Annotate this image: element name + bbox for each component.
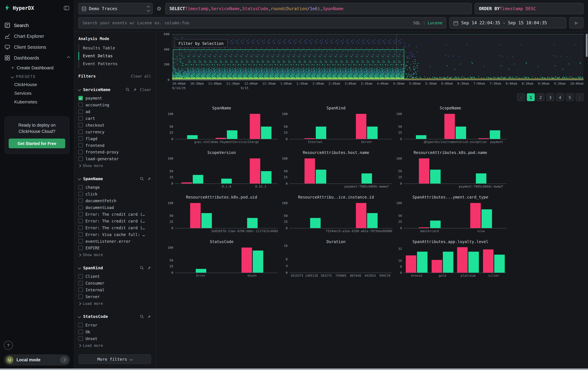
page-button-3[interactable]: 3 xyxy=(546,93,554,101)
page-button-4[interactable]: 4 xyxy=(556,93,564,101)
search-icon[interactable] xyxy=(126,88,130,92)
sidebar-item-services[interactable]: Services xyxy=(0,89,74,98)
checkbox[interactable] xyxy=(78,130,83,134)
checkbox[interactable] xyxy=(78,143,83,148)
checkbox[interactable] xyxy=(78,274,83,279)
checkbox[interactable] xyxy=(78,96,83,100)
filter-option[interactable]: documentFetch xyxy=(78,197,151,204)
filter-option[interactable]: Server xyxy=(78,293,151,300)
show-more-button[interactable]: Load more xyxy=(78,301,151,306)
page-button-1[interactable]: 1 xyxy=(527,93,535,101)
filter-option[interactable]: flagd xyxy=(78,135,151,142)
show-more-button[interactable]: Show more xyxy=(78,164,151,168)
mode-results-table[interactable]: Results Table xyxy=(78,44,151,52)
pin-icon[interactable] xyxy=(147,177,151,181)
checkbox[interactable] xyxy=(78,239,83,243)
checkbox[interactable] xyxy=(78,330,83,334)
checkbox[interactable] xyxy=(78,294,83,299)
show-more-button[interactable]: Show more xyxy=(78,253,151,257)
sidebar-item-kubernetes[interactable]: Kubernetes xyxy=(0,97,74,106)
filter-option[interactable]: Error xyxy=(78,322,151,329)
date-range-picker[interactable]: Sep 14 22:04:35 - Sep 15 10:04:35 xyxy=(449,17,566,29)
sidebar-item-search[interactable]: Search xyxy=(0,20,74,31)
lang-lucene[interactable]: Lucene xyxy=(428,20,443,25)
checkbox[interactable] xyxy=(78,103,83,107)
pin-icon[interactable] xyxy=(133,88,137,92)
sidebar-item-chart-explorer[interactable]: Chart Explorer xyxy=(0,31,74,42)
vertical-scrollbar-thumb[interactable] xyxy=(586,34,588,57)
filter-group-header[interactable]: StatusCode xyxy=(78,313,151,320)
checkbox[interactable] xyxy=(78,225,83,230)
checkbox[interactable] xyxy=(78,281,83,285)
filter-option[interactable]: documentLoad xyxy=(78,204,151,211)
filter-option[interactable]: ad xyxy=(78,108,151,115)
local-mode-menu[interactable]: U Local mode xyxy=(4,354,70,366)
page-button-5[interactable]: 5 xyxy=(566,93,574,101)
filter-option[interactable]: cart xyxy=(78,115,151,122)
pin-icon[interactable] xyxy=(147,314,151,319)
checkbox[interactable] xyxy=(78,199,83,203)
search-input[interactable] xyxy=(78,17,446,29)
search-icon[interactable] xyxy=(140,314,144,319)
lang-sql[interactable]: SQL xyxy=(413,20,420,25)
filter-option[interactable]: Unset xyxy=(78,335,151,342)
filter-option[interactable]: Error: The credit card (… xyxy=(78,211,151,218)
help-button[interactable]: ? xyxy=(4,341,13,350)
clear-all-button[interactable]: Clear all xyxy=(131,74,151,78)
filter-group-header[interactable]: SpanKind xyxy=(78,264,151,271)
sidebar-item-dashboards[interactable]: Dashboards xyxy=(0,52,74,63)
checkbox[interactable] xyxy=(78,185,83,190)
presets-toggle[interactable]: PRESETS xyxy=(0,72,74,80)
checkbox[interactable] xyxy=(78,116,83,121)
prev-page-button[interactable]: ‹ xyxy=(517,93,525,101)
create-dashboard-button[interactable]: + Create Dashboard xyxy=(0,63,74,72)
mode-event-deltas[interactable]: Event Deltas xyxy=(78,52,151,60)
checkbox[interactable] xyxy=(78,288,83,292)
collapse-sidebar-icon[interactable] xyxy=(64,5,69,11)
filter-option[interactable]: eventListener.error xyxy=(78,238,151,245)
checkbox[interactable] xyxy=(78,336,83,341)
filter-option[interactable]: EXPIRE xyxy=(78,245,151,251)
filter-option[interactable]: currency xyxy=(78,128,151,135)
filter-option[interactable]: frontend-proxy xyxy=(78,149,151,155)
checkbox[interactable] xyxy=(78,232,83,237)
gear-icon[interactable]: ⚙ xyxy=(156,3,162,14)
filter-by-selection-button[interactable]: Filter by Selection xyxy=(174,39,228,48)
clear-filter-button[interactable]: Clear xyxy=(140,88,151,92)
filter-option[interactable]: Internal xyxy=(78,287,151,293)
filter-option[interactable]: change xyxy=(78,184,151,191)
language-toggle[interactable]: SQL | Lucene xyxy=(413,17,442,29)
search-icon[interactable] xyxy=(140,266,144,270)
checkbox[interactable] xyxy=(78,150,83,154)
checkbox[interactable] xyxy=(78,212,83,217)
show-more-button[interactable]: Load more xyxy=(78,343,151,348)
filter-option[interactable]: payment xyxy=(78,95,151,101)
next-page-button[interactable]: › xyxy=(576,93,584,101)
filter-option[interactable]: Error: The credit card (… xyxy=(78,224,151,231)
filter-option[interactable]: load-generator xyxy=(78,155,151,162)
pin-icon[interactable] xyxy=(147,266,151,270)
more-filters-button[interactable]: More filters xyxy=(78,354,151,364)
time-chart-plot[interactable]: Filter by Selection xyxy=(172,34,584,80)
page-button-2[interactable]: 2 xyxy=(537,93,545,101)
filter-option[interactable]: Error: Visa cache full: … xyxy=(78,231,151,238)
checkbox[interactable] xyxy=(78,136,83,141)
filter-option[interactable]: checkout xyxy=(78,122,151,129)
checkbox[interactable] xyxy=(78,157,83,161)
run-query-button[interactable]: ▷ xyxy=(569,17,584,29)
checkbox[interactable] xyxy=(78,123,83,127)
mode-event-patterns[interactable]: Event Patterns xyxy=(78,60,151,68)
filter-option[interactable]: Error: The credit card (… xyxy=(78,218,151,224)
search-icon[interactable] xyxy=(140,177,144,181)
checkbox[interactable] xyxy=(78,323,83,327)
order-by-editor[interactable]: ORDER BY Timestamp DESC xyxy=(475,3,584,14)
filter-option[interactable]: click xyxy=(78,191,151,197)
sidebar-item-clickhouse[interactable]: ClickHouse xyxy=(0,80,74,89)
checkbox[interactable] xyxy=(78,192,83,196)
filter-option[interactable]: Client xyxy=(78,273,151,280)
sql-select-editor[interactable]: SELECT Timestamp, ServiceName, StatusCod… xyxy=(165,3,472,14)
horizontal-scrollbar[interactable] xyxy=(0,369,588,370)
filter-option[interactable]: Ok xyxy=(78,329,151,335)
filter-option[interactable]: Consumer xyxy=(78,280,151,287)
checkbox[interactable] xyxy=(78,246,83,250)
